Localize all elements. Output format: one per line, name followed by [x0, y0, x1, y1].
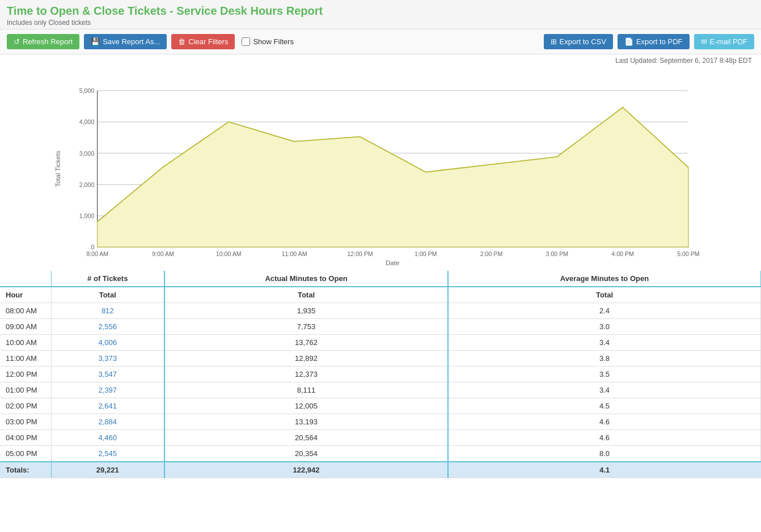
save-icon: 💾 — [91, 37, 100, 46]
cell-actual: 20,564 — [164, 430, 448, 446]
table-row: 03:00 PM 2,884 13,193 4.6 — [0, 414, 761, 430]
col-actual-subheader: Total — [164, 287, 448, 303]
svg-text:10:00 AM: 10:00 AM — [216, 250, 242, 257]
cell-hour: 12:00 PM — [0, 367, 51, 382]
totals-row: Totals: 29,221 122,942 4.1 — [0, 462, 761, 478]
col-avg-group: Average Minutes to Open — [448, 271, 761, 287]
email-icon: ✉ — [701, 37, 707, 46]
cell-tickets[interactable]: 2,641 — [51, 398, 164, 414]
header-bar: Time to Open & Close Tickets - Service D… — [0, 0, 761, 29]
cell-actual: 8,111 — [164, 382, 448, 398]
table-row: 11:00 AM 3,373 12,892 3.8 — [0, 351, 761, 367]
col-actual-group: Actual Minutes to Open — [164, 271, 448, 287]
svg-text:12:00 PM: 12:00 PM — [347, 250, 373, 257]
y-axis-label: Total Tickets — [54, 151, 61, 187]
table-group-header-row: # of Tickets Actual Minutes to Open Aver… — [0, 271, 761, 287]
svg-text:5:00 PM: 5:00 PM — [677, 250, 700, 257]
toolbar: ↺ Refresh Report 💾 Save Report As... 🗑 C… — [0, 29, 761, 54]
page-title: Time to Open & Close Tickets - Service D… — [7, 5, 754, 18]
cell-avg: 2.4 — [448, 303, 761, 319]
svg-text:3,000: 3,000 — [79, 150, 95, 157]
cell-hour: 08:00 AM — [0, 303, 51, 319]
cell-avg: 4.6 — [448, 414, 761, 430]
page-subtitle: Includes only Closed tickets — [7, 19, 754, 27]
cell-actual: 12,005 — [164, 398, 448, 414]
cell-hour: 01:00 PM — [0, 382, 51, 398]
svg-text:4,000: 4,000 — [79, 118, 95, 125]
cell-hour: 10:00 AM — [0, 335, 51, 351]
show-filters-checkbox[interactable] — [242, 37, 250, 46]
email-pdf-button[interactable]: ✉ E-mail PDF — [694, 34, 754, 49]
cell-tickets[interactable]: 3,373 — [51, 351, 164, 367]
cell-hour: 02:00 PM — [0, 398, 51, 414]
svg-text:3:00 PM: 3:00 PM — [546, 250, 569, 257]
export-pdf-button[interactable]: 📄 Export to PDF — [618, 34, 690, 49]
table-row: 05:00 PM 2,545 20,354 8.0 — [0, 446, 761, 462]
save-report-button[interactable]: 💾 Save Report As... — [84, 34, 167, 49]
chart-area-polygon — [98, 108, 688, 248]
svg-text:1:00 PM: 1:00 PM — [415, 250, 437, 257]
table-footer: Totals: 29,221 122,942 4.1 — [0, 462, 761, 478]
cell-tickets[interactable]: 2,884 — [51, 414, 164, 430]
cell-tickets[interactable]: 812 — [51, 303, 164, 319]
table-row: 01:00 PM 2,397 8,111 3.4 — [0, 382, 761, 398]
cell-tickets[interactable]: 2,397 — [51, 382, 164, 398]
data-table: # of Tickets Actual Minutes to Open Aver… — [0, 271, 761, 478]
svg-text:1,000: 1,000 — [79, 212, 95, 219]
svg-text:0: 0 — [91, 244, 94, 250]
cell-avg: 3.0 — [448, 319, 761, 335]
table-row: 04:00 PM 4,460 20,564 4.6 — [0, 430, 761, 446]
cell-avg: 4.5 — [448, 398, 761, 414]
totals-actual: 122,942 — [164, 462, 448, 478]
cell-tickets[interactable]: 4,460 — [51, 430, 164, 446]
cell-actual: 7,753 — [164, 319, 448, 335]
totals-hour: Totals: — [0, 462, 51, 478]
csv-icon: ⊞ — [551, 37, 557, 46]
data-table-wrap: # of Tickets Actual Minutes to Open Aver… — [0, 271, 761, 478]
refresh-label: Refresh Report — [23, 37, 73, 46]
show-filters-wrap: Show Filters — [242, 37, 294, 46]
cell-actual: 12,373 — [164, 367, 448, 382]
pdf-icon: 📄 — [624, 37, 633, 46]
table-col-header-row: Hour Total Total Total — [0, 287, 761, 303]
refresh-icon: ↺ — [14, 37, 20, 46]
cell-hour: 05:00 PM — [0, 446, 51, 462]
toolbar-right: ⊞ Export to CSV 📄 Export to PDF ✉ E-mail… — [544, 34, 754, 49]
cell-actual: 13,762 — [164, 335, 448, 351]
svg-text:11:00 AM: 11:00 AM — [282, 250, 307, 257]
chart-container: Total Tickets 0 1,000 2,000 3,000 4,000 … — [11, 73, 750, 265]
cell-tickets[interactable]: 2,556 — [51, 319, 164, 335]
show-filters-label: Show Filters — [253, 37, 294, 46]
col-avg-subheader: Total — [448, 287, 761, 303]
col-hour-subheader: Hour — [0, 287, 51, 303]
table-row: 09:00 AM 2,556 7,753 3.0 — [0, 319, 761, 335]
export-pdf-label: Export to PDF — [636, 37, 683, 46]
email-pdf-label: E-mail PDF — [710, 37, 747, 46]
cell-actual: 12,892 — [164, 351, 448, 367]
cell-avg: 4.6 — [448, 430, 761, 446]
cell-tickets[interactable]: 2,545 — [51, 446, 164, 462]
svg-text:8:00 AM: 8:00 AM — [86, 250, 108, 257]
save-label: Save Report As... — [103, 37, 160, 46]
cell-avg: 3.5 — [448, 367, 761, 382]
cell-tickets[interactable]: 3,547 — [51, 367, 164, 382]
clear-icon: 🗑 — [178, 37, 185, 46]
col-tickets-group: # of Tickets — [51, 271, 164, 287]
table-row: 08:00 AM 812 1,935 2.4 — [0, 303, 761, 319]
svg-text:9:00 AM: 9:00 AM — [152, 250, 174, 257]
col-hour-header — [0, 271, 51, 287]
totals-avg: 4.1 — [448, 462, 761, 478]
chart-svg: Total Tickets 0 1,000 2,000 3,000 4,000 … — [11, 73, 750, 265]
totals-tickets: 29,221 — [51, 462, 164, 478]
svg-text:Date: Date — [386, 259, 400, 265]
cell-actual: 20,354 — [164, 446, 448, 462]
cell-hour: 03:00 PM — [0, 414, 51, 430]
chart-area: Total Tickets 0 1,000 2,000 3,000 4,000 … — [0, 67, 761, 265]
cell-tickets[interactable]: 4,006 — [51, 335, 164, 351]
export-csv-button[interactable]: ⊞ Export to CSV — [544, 34, 613, 49]
clear-label: Clear Filters — [188, 37, 228, 46]
cell-actual: 1,935 — [164, 303, 448, 319]
clear-filters-button[interactable]: 🗑 Clear Filters — [171, 34, 235, 49]
col-tickets-subheader: Total — [51, 287, 164, 303]
refresh-button[interactable]: ↺ Refresh Report — [7, 34, 79, 49]
